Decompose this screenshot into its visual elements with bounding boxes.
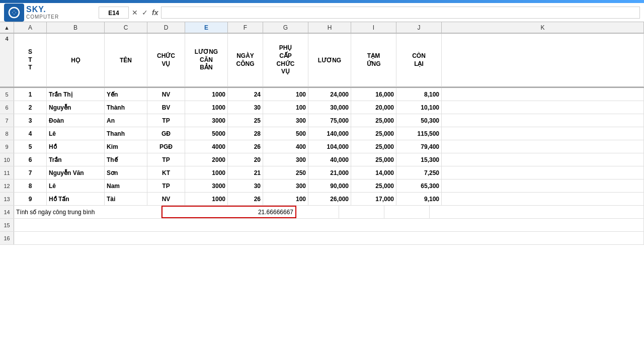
col-header-e[interactable]: E xyxy=(185,22,228,33)
cell-luong-7: 90,000 xyxy=(308,179,351,192)
cell-ho-header: HỌ xyxy=(47,34,105,87)
empty-row-16: 16 xyxy=(0,232,644,245)
cell-lcb-header: LƯƠNGCĂNBẢN xyxy=(185,34,228,87)
cell-chucvu-4: PGĐ xyxy=(147,140,185,153)
col-header-g[interactable]: G xyxy=(263,22,308,33)
cell-ten-5: Thế xyxy=(105,153,147,166)
cell-lcb-1: 1000 xyxy=(185,101,228,114)
cell-chucvu-0: NV xyxy=(147,88,185,101)
table-row: 9 5 Hồ Kim PGĐ 4000 26 400 104,000 25,00… xyxy=(0,140,644,153)
cell-lcb-8: 1000 xyxy=(185,193,228,205)
cell-lcb-5: 2000 xyxy=(185,153,228,166)
cell-phucap-header: PHỤCẤPCHỨCVỤ xyxy=(263,34,308,87)
cell-luong-1: 30,000 xyxy=(308,101,351,114)
cell-ten-6: Sơn xyxy=(105,166,147,179)
cell-rn-11: 11 xyxy=(0,166,14,179)
cell-stt-8: 9 xyxy=(14,193,47,205)
cell-row-4-rn: 4 xyxy=(0,34,14,87)
cell-footer-avg[interactable]: 21.66666667 xyxy=(162,206,296,218)
cell-phucap-5: 300 xyxy=(263,153,308,166)
logo-text: SKY. COMPUTER xyxy=(26,5,59,20)
cell-stt-0: 1 xyxy=(14,88,47,101)
cell-conlai-5: 15,300 xyxy=(396,153,442,166)
table-row: 13 9 Hồ Tấn Tài NV 1000 26 100 26,000 17… xyxy=(0,193,644,206)
formula-cancel-icon[interactable]: ✕ xyxy=(132,9,138,17)
cell-rest-4 xyxy=(442,140,644,153)
cell-phucap-6: 250 xyxy=(263,166,308,179)
cell-tamung-7: 25,000 xyxy=(351,179,396,192)
cell-lcb-6: 1000 xyxy=(185,166,228,179)
header-row: 4 STT HỌ TÊN CHỨCVỤ LƯƠNGCĂNBẢN NGÀYCÔNG… xyxy=(0,34,644,88)
cell-lcb-3: 5000 xyxy=(185,127,228,140)
col-header-k[interactable]: K xyxy=(442,22,644,33)
col-header-d[interactable]: D xyxy=(147,22,185,33)
cell-ten-7: Nam xyxy=(105,179,147,192)
cell-conlai-2: 50,300 xyxy=(396,114,442,127)
column-headers: ▲ A B C D E F G H I J K xyxy=(0,22,644,34)
footer-row: 14 Tính số ngày công trung bình 21.66666… xyxy=(0,206,644,219)
cell-conlai-4: 79,400 xyxy=(396,140,442,153)
cell-stt-3: 4 xyxy=(14,127,47,140)
cell-ngaycong-4: 26 xyxy=(228,140,263,153)
col-header-c[interactable]: C xyxy=(105,22,147,33)
cell-rn-9: 9 xyxy=(0,140,14,153)
cell-rest-0 xyxy=(442,88,644,101)
cell-tamung-4: 25,000 xyxy=(351,140,396,153)
cell-ref-box: E14 xyxy=(99,7,129,19)
table-row: 6 2 Nguyễn Thành BV 1000 30 100 30,000 2… xyxy=(0,101,644,114)
formula-confirm-icon[interactable]: ✓ xyxy=(142,9,148,17)
cell-rest-3 xyxy=(442,127,644,140)
cell-luong-5: 40,000 xyxy=(308,153,351,166)
cell-stt-1: 2 xyxy=(14,101,47,114)
formula-input[interactable] xyxy=(161,7,640,19)
formula-bar: E14 ✕ ✓ fx xyxy=(99,7,640,19)
cell-chucvu-1: BV xyxy=(147,101,185,114)
cell-luong-header: LƯƠNG xyxy=(308,34,351,87)
cell-ten-header: TÊN xyxy=(105,34,147,87)
cell-ten-0: Yến xyxy=(105,88,147,101)
data-rows: 5 1 Trần Thị Yến NV 1000 24 100 24,000 1… xyxy=(0,88,644,206)
cell-rn-5: 5 xyxy=(0,88,14,101)
logo-sky-label: SKY. xyxy=(26,5,59,14)
cell-chucvu-3: GĐ xyxy=(147,127,185,140)
cell-footer-h xyxy=(296,206,339,218)
cell-ngaycong-3: 28 xyxy=(228,127,263,140)
cell-footer-j xyxy=(384,206,430,218)
cell-tamung-0: 16,000 xyxy=(351,88,396,101)
cell-ngaycong-header: NGÀYCÔNG xyxy=(228,34,263,87)
cell-phucap-3: 500 xyxy=(263,127,308,140)
cell-rest-8 xyxy=(442,193,644,205)
col-header-b[interactable]: B xyxy=(47,22,105,33)
cell-ngaycong-8: 26 xyxy=(228,193,263,205)
col-header-f[interactable]: F xyxy=(228,22,263,33)
col-header-h[interactable]: H xyxy=(308,22,351,33)
cell-chucvu-6: KT xyxy=(147,166,185,179)
table-row: 11 7 Nguyễn Văn Sơn KT 1000 21 250 21,00… xyxy=(0,166,644,179)
cell-stt-2: 3 xyxy=(14,114,47,127)
col-header-a[interactable]: A xyxy=(14,22,47,33)
cell-conlai-6: 7,250 xyxy=(396,166,442,179)
cell-stt-4: 5 xyxy=(14,140,47,153)
cell-15-rest xyxy=(14,219,644,231)
cell-ngaycong-6: 21 xyxy=(228,166,263,179)
cell-rest-6 xyxy=(442,166,644,179)
cell-phucap-0: 100 xyxy=(263,88,308,101)
spreadsheet-grid: 4 STT HỌ TÊN CHỨCVỤ LƯƠNGCĂNBẢN NGÀYCÔNG… xyxy=(0,34,644,245)
cell-chucvu-8: NV xyxy=(147,193,185,205)
table-row: 12 8 Lê Nam TP 3000 30 300 90,000 25,000… xyxy=(0,179,644,193)
cell-ngaycong-7: 30 xyxy=(228,179,263,192)
svg-point-1 xyxy=(13,11,16,14)
cell-phucap-7: 300 xyxy=(263,179,308,192)
cell-stt-6: 7 xyxy=(14,166,47,179)
cell-luong-0: 24,000 xyxy=(308,88,351,101)
col-header-i[interactable]: I xyxy=(351,22,396,33)
grid: 4 STT HỌ TÊN CHỨCVỤ LƯƠNGCĂNBẢN NGÀYCÔNG… xyxy=(0,34,644,245)
cell-lcb-0: 1000 xyxy=(185,88,228,101)
formula-fx-icon[interactable]: fx xyxy=(152,9,158,17)
cell-lcb-4: 4000 xyxy=(185,140,228,153)
cell-rn-10: 10 xyxy=(0,153,14,166)
cell-phucap-1: 100 xyxy=(263,101,308,114)
col-header-j[interactable]: J xyxy=(396,22,442,33)
formula-icons: ✕ ✓ fx xyxy=(132,9,158,17)
cell-rn-7: 7 xyxy=(0,114,14,127)
